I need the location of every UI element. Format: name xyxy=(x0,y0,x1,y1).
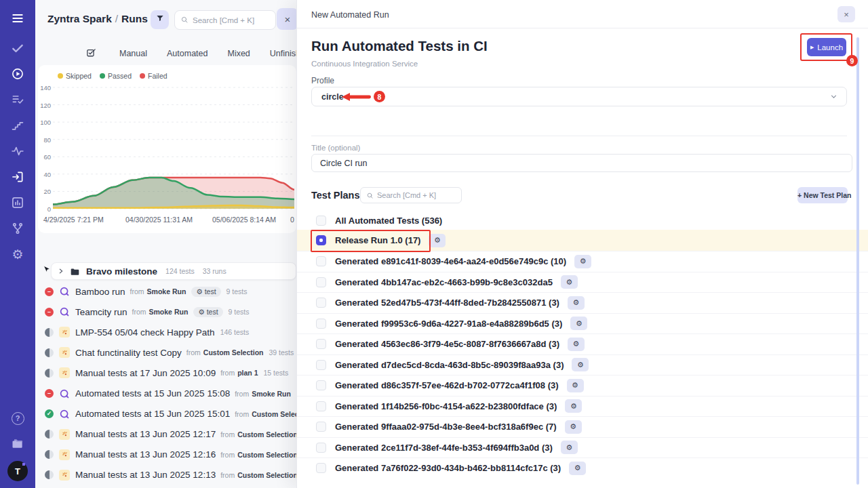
plan-settings-button[interactable]: ⚙ xyxy=(572,358,589,371)
plan-settings-button[interactable]: ⚙ xyxy=(561,275,578,289)
test-plan-row[interactable]: Generated 52ed47b5-473f-44ff-8ded-7b2842… xyxy=(297,292,868,313)
plan-settings-button[interactable]: ⚙ xyxy=(574,255,591,268)
run-source[interactable]: Custom Selection xyxy=(237,430,296,439)
checkbox-unchecked[interactable] xyxy=(316,319,326,329)
legend-skipped[interactable]: Skipped xyxy=(58,72,92,80)
checkbox-unchecked[interactable] xyxy=(316,216,326,226)
run-title[interactable]: Chat functinality test Copy xyxy=(75,348,182,358)
milestone-folder-row[interactable]: Bravo milestone 124 tests 33 runs xyxy=(51,262,296,280)
tab-automated[interactable]: Automated xyxy=(167,49,208,58)
run-title[interactable]: Manual tests at 17 Jun 2025 10:09 xyxy=(75,368,216,378)
activity-icon[interactable] xyxy=(0,138,35,164)
modal-scrollbar[interactable] xyxy=(856,37,859,485)
select-runs-icon[interactable] xyxy=(85,47,97,59)
milestone-title[interactable]: Bravo milestone xyxy=(86,266,157,277)
run-row[interactable]: Manual tests at 17 Jun 2025 10:09frompla… xyxy=(35,363,296,383)
test-plan-row[interactable]: Generated d86c357f-57ee-462d-b702-0772ca… xyxy=(297,375,868,396)
test-plan-row[interactable]: Generated 7a76f022-93d0-434b-b462-bb8114… xyxy=(297,458,868,479)
run-row[interactable]: –Teamcity runfromSmoke Run⚙ test9 tests xyxy=(35,302,296,322)
list-check-icon[interactable] xyxy=(0,87,35,113)
checkbox-unchecked[interactable] xyxy=(316,422,326,432)
play-circle-icon[interactable] xyxy=(0,61,35,87)
run-source[interactable]: Smoke Run xyxy=(147,287,186,296)
run-row[interactable]: Chat functinality test CopyfromCustom Se… xyxy=(35,342,296,363)
checkbox-unchecked[interactable] xyxy=(316,256,326,266)
plan-settings-button[interactable]: ⚙ xyxy=(565,420,582,434)
run-title[interactable]: Automated tests at 15 Jun 2025 15:08 xyxy=(75,388,230,399)
run-source[interactable]: Smoke Run xyxy=(252,390,291,398)
steps-icon[interactable] xyxy=(0,113,35,138)
panel-close-button[interactable]: × xyxy=(277,8,296,30)
tab-mixed[interactable]: Mixed xyxy=(227,49,250,58)
run-title[interactable]: Manual tests at 13 Jun 2025 12:17 xyxy=(75,429,216,439)
plan-settings-button[interactable]: ⚙ xyxy=(569,462,586,475)
gear-icon[interactable]: ⚙ xyxy=(0,241,35,267)
run-row[interactable]: Manual tests at 13 Jun 2025 12:16fromCus… xyxy=(35,445,296,465)
checkbox-unchecked[interactable] xyxy=(316,443,326,453)
breadcrumb-project[interactable]: Zyntra Spark xyxy=(47,13,112,24)
checkbox-unchecked[interactable] xyxy=(316,463,326,473)
test-plan-row[interactable]: Generated 4563ec86-3f79-4e5c-8087-8f7636… xyxy=(297,333,868,354)
modal-close-button[interactable]: × xyxy=(837,6,855,22)
chevron-right-icon[interactable] xyxy=(58,268,64,274)
test-plan-row[interactable]: Generated d7dec5cd-8cda-463d-8b5c-89039f… xyxy=(297,354,868,375)
menu-icon[interactable] xyxy=(0,5,35,31)
tab-manual[interactable]: Manual xyxy=(119,49,147,58)
checkbox-checked[interactable] xyxy=(316,235,326,245)
test-plans-search-input[interactable] xyxy=(377,191,455,199)
plan-settings-button[interactable]: ⚙ xyxy=(568,296,585,310)
run-source[interactable]: Custom Selection xyxy=(237,471,296,479)
bar-chart-icon[interactable] xyxy=(0,190,35,216)
test-plan-row[interactable]: Generated f99953c6-9d6a-4227-91a8-e4a882… xyxy=(297,313,868,334)
test-plan-row[interactable]: Generated 1f14b256-f0bc-4154-a622-b23800… xyxy=(297,396,868,417)
run-title[interactable]: Bamboo run xyxy=(75,287,125,297)
run-row[interactable]: Manual tests at 13 Jun 2025 12:17fromCus… xyxy=(35,424,296,445)
test-plan-row[interactable]: Release Run 1.0 (17)⚙ xyxy=(297,230,868,251)
legend-passed[interactable]: Passed xyxy=(100,72,132,80)
user-avatar[interactable]: T xyxy=(7,461,28,481)
test-plan-row[interactable]: Generated 9ffaaa02-975d-4b3e-8ee4-bcf318… xyxy=(297,416,868,437)
run-row[interactable]: LMP-554 05/04 check Happy Path146 tests xyxy=(35,322,296,342)
profile-select[interactable]: circle xyxy=(311,87,847,106)
plan-settings-button[interactable]: ⚙ xyxy=(561,441,578,454)
tab-unfinished[interactable]: Unfinished xyxy=(270,49,296,58)
run-title[interactable]: Manual tests at 13 Jun 2025 12:16 xyxy=(75,449,216,460)
runs-search-input[interactable] xyxy=(193,16,267,24)
plan-settings-button[interactable]: ⚙ xyxy=(570,317,587,330)
legend-failed[interactable]: Failed xyxy=(140,72,167,80)
test-plan-row[interactable]: Generated 2ce11f7d-38ef-44fe-b353-4f694f… xyxy=(297,437,868,458)
run-row[interactable]: ✓Automated tests at 15 Jun 2025 15:01fro… xyxy=(35,404,296,424)
test-plan-row[interactable]: Generated e891c41f-8039-4e64-aa24-e0d56e… xyxy=(297,251,868,272)
checkbox-unchecked[interactable] xyxy=(316,298,326,308)
title-field-input[interactable] xyxy=(311,154,852,172)
run-row[interactable]: Manual tests at 13 Jun 2025 12:13fromCus… xyxy=(35,465,296,485)
checkbox-unchecked[interactable] xyxy=(316,360,326,370)
run-title[interactable]: Manual tests at 13 Jun 2025 12:13 xyxy=(75,470,216,480)
checkbox-unchecked[interactable] xyxy=(316,339,326,349)
branch-icon[interactable] xyxy=(0,216,35,241)
check-icon[interactable] xyxy=(0,35,35,61)
run-source[interactable]: Custom Selection xyxy=(252,410,296,418)
run-source[interactable]: Smoke Run xyxy=(149,308,189,316)
test-plan-row[interactable]: Generated 4bb147ac-eb2c-4663-b99b-9c8e3c… xyxy=(297,272,868,293)
login-icon[interactable] xyxy=(0,164,35,190)
checkbox-unchecked[interactable] xyxy=(316,380,326,390)
launch-button[interactable]: ▶ Launch xyxy=(807,38,846,56)
folders-icon[interactable] xyxy=(0,431,35,457)
run-row[interactable]: –Bamboo runfromSmoke Run⚙ test9 tests xyxy=(35,281,296,302)
run-title[interactable]: Automated tests at 15 Jun 2025 15:01 xyxy=(75,409,230,419)
plan-settings-button[interactable]: ⚙ xyxy=(429,234,446,247)
checkbox-unchecked[interactable] xyxy=(316,277,326,287)
checkbox-unchecked[interactable] xyxy=(316,401,326,411)
run-source[interactable]: Custom Selection xyxy=(237,451,296,459)
run-title[interactable]: Teamcity run xyxy=(75,307,127,317)
help-icon[interactable]: ? xyxy=(0,405,35,431)
test-plan-row[interactable]: All Automated Tests (536) xyxy=(297,211,868,230)
breadcrumb-page[interactable]: Runs xyxy=(121,13,148,24)
run-source[interactable]: Custom Selection xyxy=(203,348,264,357)
run-title[interactable]: LMP-554 05/04 check Happy Path xyxy=(75,327,215,338)
run-source[interactable]: plan 1 xyxy=(237,369,258,377)
plan-settings-button[interactable]: ⚙ xyxy=(568,338,585,351)
run-row[interactable]: –Automated tests at 15 Jun 2025 15:08fro… xyxy=(35,383,296,403)
plan-settings-button[interactable]: ⚙ xyxy=(565,399,582,413)
